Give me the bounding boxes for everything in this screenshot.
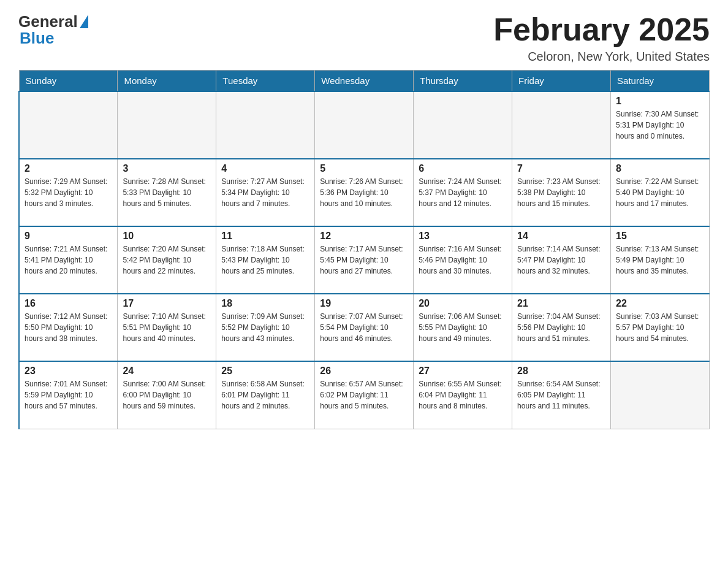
day-number: 8 (616, 163, 704, 174)
day-number: 11 (221, 231, 309, 242)
location-text: Celoron, New York, United States (493, 50, 710, 64)
calendar-day-cell: 6Sunrise: 7:24 AM Sunset: 5:37 PM Daylig… (414, 159, 512, 226)
day-number: 25 (221, 366, 309, 377)
logo-triangle-icon (80, 15, 88, 28)
calendar-day-cell: 19Sunrise: 7:07 AM Sunset: 5:54 PM Dayli… (315, 294, 414, 361)
day-info: Sunrise: 7:22 AM Sunset: 5:40 PM Dayligh… (616, 176, 704, 209)
day-info: Sunrise: 7:00 AM Sunset: 6:00 PM Dayligh… (123, 378, 211, 412)
day-info: Sunrise: 7:17 AM Sunset: 5:45 PM Dayligh… (320, 243, 408, 277)
day-of-week-header: Sunday (19, 71, 118, 92)
day-number: 19 (320, 298, 408, 309)
calendar-day-cell: 18Sunrise: 7:09 AM Sunset: 5:52 PM Dayli… (216, 294, 315, 361)
calendar-day-cell: 22Sunrise: 7:03 AM Sunset: 5:57 PM Dayli… (611, 294, 710, 361)
day-info: Sunrise: 7:24 AM Sunset: 5:37 PM Dayligh… (419, 176, 507, 209)
calendar-day-cell: 26Sunrise: 6:57 AM Sunset: 6:02 PM Dayli… (315, 361, 414, 429)
calendar-week-row: 16Sunrise: 7:12 AM Sunset: 5:50 PM Dayli… (19, 294, 710, 361)
day-info: Sunrise: 7:09 AM Sunset: 5:52 PM Dayligh… (221, 311, 309, 344)
calendar-day-cell: 28Sunrise: 6:54 AM Sunset: 6:05 PM Dayli… (512, 361, 611, 429)
calendar-day-cell: 3Sunrise: 7:28 AM Sunset: 5:33 PM Daylig… (118, 159, 216, 226)
calendar-day-cell: 23Sunrise: 7:01 AM Sunset: 5:59 PM Dayli… (19, 361, 118, 429)
day-number: 2 (25, 163, 112, 174)
calendar-day-cell (315, 91, 414, 159)
calendar-week-row: 23Sunrise: 7:01 AM Sunset: 5:59 PM Dayli… (19, 361, 710, 429)
day-number: 7 (517, 163, 605, 174)
day-number: 20 (419, 298, 507, 309)
calendar-day-cell: 27Sunrise: 6:55 AM Sunset: 6:04 PM Dayli… (414, 361, 512, 429)
calendar-day-cell (611, 361, 710, 429)
calendar-day-cell: 9Sunrise: 7:21 AM Sunset: 5:41 PM Daylig… (19, 226, 118, 294)
calendar-day-cell (414, 91, 512, 159)
day-number: 12 (320, 231, 408, 242)
day-info: Sunrise: 7:20 AM Sunset: 5:42 PM Dayligh… (123, 243, 211, 277)
calendar-day-cell: 11Sunrise: 7:18 AM Sunset: 5:43 PM Dayli… (216, 226, 315, 294)
day-of-week-header: Monday (118, 71, 216, 92)
day-info: Sunrise: 6:58 AM Sunset: 6:01 PM Dayligh… (221, 378, 309, 412)
day-of-week-header: Wednesday (315, 71, 414, 92)
calendar-day-cell: 8Sunrise: 7:22 AM Sunset: 5:40 PM Daylig… (611, 159, 710, 226)
logo-blue-text: Blue (20, 29, 54, 48)
day-info: Sunrise: 7:27 AM Sunset: 5:34 PM Dayligh… (221, 176, 309, 209)
day-number: 16 (25, 298, 112, 309)
day-number: 26 (320, 366, 408, 377)
day-number: 17 (123, 298, 211, 309)
day-of-week-header: Thursday (414, 71, 512, 92)
day-number: 22 (616, 298, 704, 309)
day-number: 10 (123, 231, 211, 242)
day-info: Sunrise: 7:06 AM Sunset: 5:55 PM Dayligh… (419, 311, 507, 344)
calendar-day-cell: 10Sunrise: 7:20 AM Sunset: 5:42 PM Dayli… (118, 226, 216, 294)
day-number: 5 (320, 163, 408, 174)
calendar-day-cell (118, 91, 216, 159)
day-number: 6 (419, 163, 507, 174)
day-number: 27 (419, 366, 507, 377)
day-info: Sunrise: 7:29 AM Sunset: 5:32 PM Dayligh… (25, 176, 112, 209)
day-info: Sunrise: 7:01 AM Sunset: 5:59 PM Dayligh… (25, 378, 112, 412)
calendar-day-cell: 20Sunrise: 7:06 AM Sunset: 5:55 PM Dayli… (414, 294, 512, 361)
calendar-day-cell: 14Sunrise: 7:14 AM Sunset: 5:47 PM Dayli… (512, 226, 611, 294)
day-info: Sunrise: 7:10 AM Sunset: 5:51 PM Dayligh… (123, 311, 211, 344)
day-number: 1 (616, 96, 704, 107)
calendar-day-cell: 25Sunrise: 6:58 AM Sunset: 6:01 PM Dayli… (216, 361, 315, 429)
calendar-day-cell: 17Sunrise: 7:10 AM Sunset: 5:51 PM Dayli… (118, 294, 216, 361)
day-info: Sunrise: 7:13 AM Sunset: 5:49 PM Dayligh… (616, 243, 704, 277)
calendar-header-row: SundayMondayTuesdayWednesdayThursdayFrid… (19, 71, 710, 92)
calendar-week-row: 2Sunrise: 7:29 AM Sunset: 5:32 PM Daylig… (19, 159, 710, 226)
calendar-day-cell: 16Sunrise: 7:12 AM Sunset: 5:50 PM Dayli… (19, 294, 118, 361)
calendar-day-cell: 13Sunrise: 7:16 AM Sunset: 5:46 PM Dayli… (414, 226, 512, 294)
day-info: Sunrise: 6:57 AM Sunset: 6:02 PM Dayligh… (320, 378, 408, 412)
day-info: Sunrise: 6:54 AM Sunset: 6:05 PM Dayligh… (517, 378, 605, 412)
day-info: Sunrise: 7:14 AM Sunset: 5:47 PM Dayligh… (517, 243, 605, 277)
day-info: Sunrise: 7:16 AM Sunset: 5:46 PM Dayligh… (419, 243, 507, 277)
calendar-day-cell: 24Sunrise: 7:00 AM Sunset: 6:00 PM Dayli… (118, 361, 216, 429)
calendar-day-cell: 21Sunrise: 7:04 AM Sunset: 5:56 PM Dayli… (512, 294, 611, 361)
calendar-table: SundayMondayTuesdayWednesdayThursdayFrid… (18, 70, 710, 429)
calendar-day-cell: 1Sunrise: 7:30 AM Sunset: 5:31 PM Daylig… (611, 91, 710, 159)
day-info: Sunrise: 7:26 AM Sunset: 5:36 PM Dayligh… (320, 176, 408, 209)
day-info: Sunrise: 7:12 AM Sunset: 5:50 PM Dayligh… (25, 311, 112, 344)
day-number: 4 (221, 163, 309, 174)
calendar-day-cell: 5Sunrise: 7:26 AM Sunset: 5:36 PM Daylig… (315, 159, 414, 226)
page-header: General Blue February 2025 Celoron, New … (18, 12, 710, 64)
calendar-week-row: 1Sunrise: 7:30 AM Sunset: 5:31 PM Daylig… (19, 91, 710, 159)
calendar-day-cell: 12Sunrise: 7:17 AM Sunset: 5:45 PM Dayli… (315, 226, 414, 294)
day-info: Sunrise: 7:07 AM Sunset: 5:54 PM Dayligh… (320, 311, 408, 344)
logo: General Blue (18, 12, 88, 48)
calendar-day-cell: 2Sunrise: 7:29 AM Sunset: 5:32 PM Daylig… (19, 159, 118, 226)
day-info: Sunrise: 7:18 AM Sunset: 5:43 PM Dayligh… (221, 243, 309, 277)
day-number: 15 (616, 231, 704, 242)
day-info: Sunrise: 7:03 AM Sunset: 5:57 PM Dayligh… (616, 311, 704, 344)
day-number: 3 (123, 163, 211, 174)
day-of-week-header: Saturday (611, 71, 710, 92)
day-info: Sunrise: 7:30 AM Sunset: 5:31 PM Dayligh… (616, 109, 704, 142)
day-number: 18 (221, 298, 309, 309)
day-number: 14 (517, 231, 605, 242)
day-number: 9 (25, 231, 112, 242)
day-number: 13 (419, 231, 507, 242)
day-number: 23 (25, 366, 112, 377)
calendar-day-cell (19, 91, 118, 159)
day-of-week-header: Friday (512, 71, 611, 92)
calendar-day-cell: 4Sunrise: 7:27 AM Sunset: 5:34 PM Daylig… (216, 159, 315, 226)
title-section: February 2025 Celoron, New York, United … (493, 12, 710, 64)
calendar-day-cell: 15Sunrise: 7:13 AM Sunset: 5:49 PM Dayli… (611, 226, 710, 294)
day-number: 28 (517, 366, 605, 377)
day-info: Sunrise: 7:23 AM Sunset: 5:38 PM Dayligh… (517, 176, 605, 209)
